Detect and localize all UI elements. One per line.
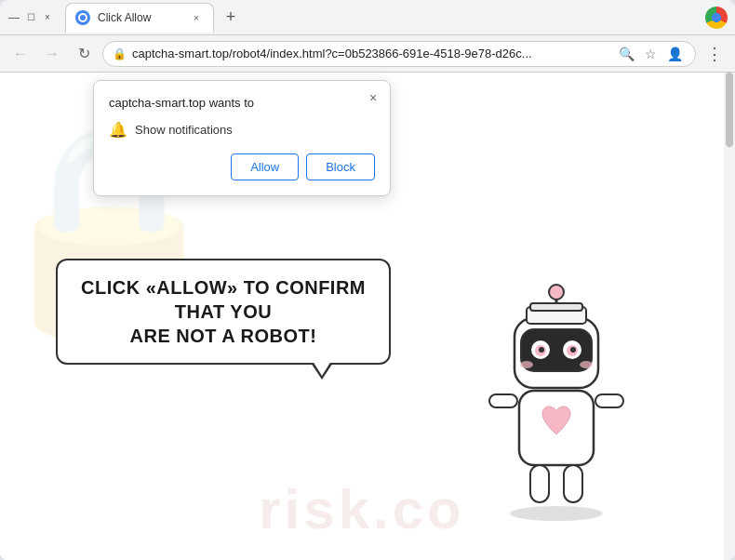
bell-icon: 🔔: [109, 121, 127, 139]
lock-icon: 🔒: [113, 47, 127, 60]
bookmark-icon-button[interactable]: ☆: [639, 43, 662, 65]
svg-point-19: [510, 506, 603, 521]
search-icon-button[interactable]: 🔍: [615, 43, 637, 65]
svg-point-12: [520, 361, 533, 368]
speech-bubble: CLICK «ALLOW» TO CONFIRM THAT YOU ARE NO…: [56, 259, 391, 365]
chrome-logo-icon: [705, 7, 728, 29]
close-window-button[interactable]: ×: [41, 11, 54, 24]
popup-notification-row: 🔔 Show notifications: [109, 121, 375, 139]
reload-button[interactable]: ↻: [71, 41, 97, 67]
svg-point-1: [549, 285, 564, 300]
svg-rect-16: [595, 394, 623, 407]
tab-close-button[interactable]: ×: [189, 10, 204, 25]
notification-popup: captcha-smart.top wants to × 🔔 Show noti…: [93, 80, 391, 196]
allow-button[interactable]: Allow: [231, 153, 299, 180]
back-button[interactable]: ←: [7, 41, 33, 67]
svg-point-11: [570, 347, 576, 353]
tab-area: Click Allow × +: [65, 3, 728, 33]
svg-rect-17: [530, 465, 549, 502]
svg-point-10: [539, 347, 544, 353]
popup-buttons: Allow Block: [109, 153, 375, 180]
address-bar: ← → ↻ 🔒 captcha-smart.top/robot4/index.h…: [0, 35, 735, 73]
minimize-button[interactable]: —: [7, 11, 20, 24]
scrollbar-thumb[interactable]: [726, 73, 733, 147]
scrollbar[interactable]: [724, 73, 735, 560]
title-bar: — ☐ × Click Allow × +: [0, 0, 735, 35]
profile-icon-button[interactable]: 👤: [663, 43, 686, 65]
tab-label: Click Allow: [98, 11, 181, 24]
block-button[interactable]: Block: [306, 153, 375, 180]
svg-rect-18: [564, 465, 582, 502]
page-background: 🔒 risk.co captcha-smart.top wants to × 🔔…: [0, 73, 724, 560]
popup-title: captcha-smart.top wants to: [109, 96, 375, 110]
tab-favicon: [75, 10, 90, 25]
popup-close-button[interactable]: ×: [364, 88, 382, 107]
window-controls: — ☐ ×: [7, 11, 54, 24]
new-tab-button[interactable]: +: [218, 5, 244, 31]
svg-point-13: [580, 361, 593, 368]
browser-content: 🔒 risk.co captcha-smart.top wants to × 🔔…: [0, 73, 735, 560]
active-tab[interactable]: Click Allow ×: [65, 3, 214, 33]
forward-button[interactable]: →: [39, 41, 65, 67]
svg-rect-15: [489, 394, 517, 407]
url-actions: 🔍 ☆ 👤: [615, 43, 686, 65]
speech-text: CLICK «ALLOW» TO CONFIRM THAT YOU ARE NO…: [80, 275, 367, 348]
robot-illustration: [463, 272, 668, 551]
maximize-button[interactable]: ☐: [24, 11, 37, 24]
chrome-menu-button[interactable]: ⋮: [702, 41, 728, 67]
popup-notification-text: Show notifications: [135, 123, 233, 137]
content-area: captcha-smart.top wants to × 🔔 Show noti…: [0, 73, 724, 560]
url-bar[interactable]: 🔒 captcha-smart.top/robot4/index.html?c=…: [102, 41, 696, 67]
speech-line1: CLICK «ALLOW» TO CONFIRM THAT YOU: [81, 277, 366, 322]
speech-bubble-container: CLICK «ALLOW» TO CONFIRM THAT YOU ARE NO…: [56, 259, 391, 365]
url-text: captcha-smart.top/robot4/index.html?c=0b…: [132, 47, 609, 60]
speech-line2: ARE NOT A ROBOT!: [130, 326, 317, 346]
svg-rect-4: [530, 303, 582, 311]
